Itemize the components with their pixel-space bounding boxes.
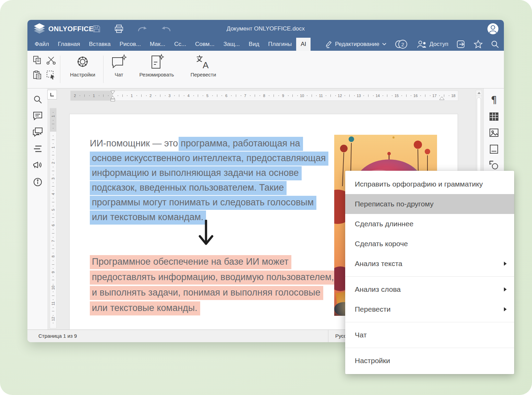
shape-settings-button[interactable] [488,160,499,171]
tab-layout[interactable]: Мак... [145,38,170,51]
menu-item-text-analysis[interactable]: Анализ текста [345,254,514,274]
document-text-line[interactable]: ИИ-помощник — это программа, работающая … [90,136,328,151]
cut-button[interactable] [46,55,56,65]
print-icon[interactable] [114,24,123,33]
menu-item-rewrite-differently[interactable]: Переписать по-другому [345,194,514,214]
left-sidebar [27,88,48,330]
save-icon[interactable] [93,25,101,33]
copy-button[interactable] [32,55,43,65]
summarize-label: Резюмировать [139,72,174,77]
document-text-line[interactable]: предоставлять информацию, вводимую польз… [90,270,337,285]
collaborators-icon: 2 [395,39,408,49]
menu-item-label: Анализ текста [355,260,402,267]
menu-item-label: Переписать по-другому [355,200,434,208]
paragraph-settings-button[interactable]: ¶ [488,95,499,106]
collaborators-badge[interactable]: 2 [395,39,408,49]
menu-item-label: Чат [355,331,367,339]
tab-home[interactable]: Главная [53,38,85,51]
highlighted-text: предоставлять информацию, вводимую польз… [90,271,337,285]
chat-bubble-sparkle-icon [111,54,127,69]
tab-insert[interactable]: Вставка [85,38,115,51]
tab-protection[interactable]: Защ... [219,38,244,51]
table-settings-button[interactable] [488,111,499,122]
highlighted-text: Программное обеспечение на базе ИИ может [90,255,291,269]
menu-item-fix-spelling-grammar[interactable]: Исправить орфографию и грамматику [345,174,514,194]
document-text-line[interactable]: основе искусственного интеллекта, предос… [90,151,328,166]
logo-icon [34,23,45,34]
document-text-line[interactable]: программы могут понимать и следовать гол… [90,195,328,210]
tab-draw[interactable]: Рисов... [115,38,145,51]
editing-mode-button[interactable]: Редактирование [324,40,386,48]
document-text-line[interactable]: Программное обеспечение на базе ИИ может [90,254,337,270]
svg-text:¶: ¶ [491,95,497,105]
menu-item-translate[interactable]: Перевести [345,299,514,319]
ai-toolbar: Настройки Чат Рез [27,51,504,88]
down-arrow-shape [198,220,214,248]
highlighted-text: или текстовым командам. [90,211,206,225]
highlighted-text: программы могут понимать и следовать гол… [90,196,316,210]
about-icon [33,178,42,187]
logo-text: ONLYOFFICE [48,25,94,33]
chat-icon [33,127,43,137]
menu-item-word-analysis[interactable]: Анализ слова [345,279,514,299]
menu-item-settings[interactable]: Настройки [345,351,514,371]
settings-button[interactable]: Настройки [64,54,101,77]
undo-icon[interactable] [161,25,171,33]
search-icon [33,95,42,104]
paste-icon [33,71,42,80]
menu-item-make-shorter[interactable]: Сделать короче [345,234,514,254]
search-sidebar-button[interactable] [32,94,43,105]
cut-icon [46,56,56,64]
tab-collaboration[interactable]: Совм... [191,38,219,51]
comments-sidebar-button[interactable] [32,110,43,121]
highlighted-text: основе искусственного интеллекта, предос… [90,152,328,166]
tab-file[interactable]: Файл [30,38,53,51]
svg-text:2: 2 [401,41,404,47]
menu-item-chat[interactable]: Чат [345,325,514,345]
select-all-button[interactable] [46,70,56,80]
tab-view[interactable]: Вид [244,38,264,51]
translate-button[interactable]: A Перевести [184,54,222,77]
pencil-icon [324,40,332,48]
tab-references[interactable]: Сс... [170,38,191,51]
ai-context-menu: Исправить орфографию и грамматикуПерепис… [345,171,514,374]
favorite-star-icon[interactable] [474,40,483,49]
menu-divider [345,322,514,322]
scroll-up-button[interactable] [476,90,482,96]
ai-chat-button[interactable]: Чат [107,54,131,77]
menu-item-label: Настройки [355,357,390,364]
tab-ai[interactable]: AI [296,38,311,51]
menu-item-make-longer[interactable]: Сделать длиннее [345,214,514,234]
shapes-icon [489,160,499,170]
tab-plugins[interactable]: Плагины [264,38,296,51]
navigation-sidebar-button[interactable] [32,143,43,154]
document-text-line[interactable]: информацию и выполняющая задачи на основ… [90,166,328,181]
submenu-arrow-icon [504,262,507,266]
document-text-line[interactable]: и выполнять задачи, понимая и выполняя г… [90,285,337,301]
redo-icon[interactable] [137,25,147,33]
paste-button[interactable] [32,70,43,80]
paragraph-ai-definition: ИИ-помощник — это программа, работающая … [90,136,328,225]
share-icon[interactable] [457,40,466,48]
header-footer-settings-button[interactable] [488,144,499,155]
document-text-line[interactable]: или текстовые команды. [90,301,337,316]
image-settings-button[interactable] [488,127,499,138]
chat-sidebar-button[interactable] [32,127,43,137]
feedback-icon [33,161,43,170]
page-indicator[interactable]: Страница 1 из 9 [38,330,77,342]
about-sidebar-button[interactable] [32,177,43,188]
avatar-icon [487,23,498,34]
feedback-sidebar-button[interactable] [32,160,43,171]
chevron-down-icon [382,43,386,46]
select-icon [46,70,56,80]
menu-divider [345,348,514,348]
access-button[interactable]: Доступ [416,40,448,48]
submenu-arrow-icon [504,287,507,291]
summarize-button[interactable]: Резюмировать [134,54,179,77]
header-search-icon[interactable] [491,40,499,48]
document-text-line[interactable]: подсказок, введенных пользователем. Таки… [90,181,328,195]
highlighted-text: или текстовые команды. [90,301,200,315]
paragraph-mark-icon: ¶ [490,95,498,105]
avatar[interactable] [487,23,498,34]
scroll-up-icon [477,92,481,94]
